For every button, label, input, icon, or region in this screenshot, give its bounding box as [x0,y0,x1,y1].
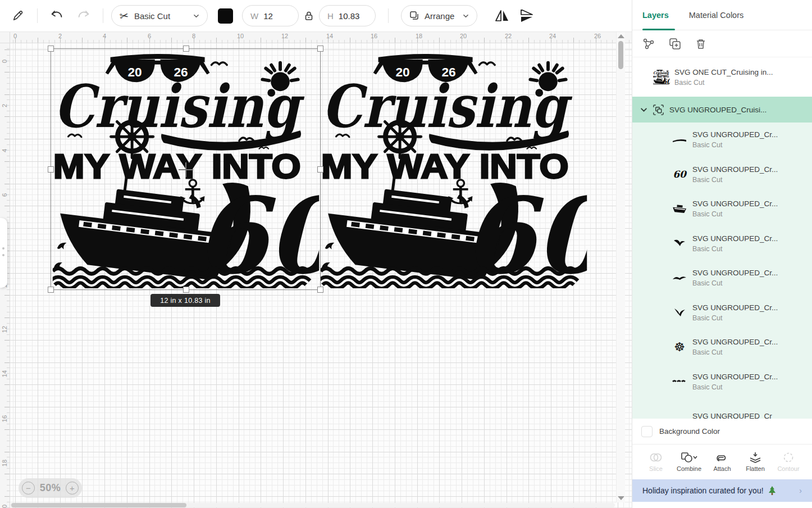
selection-handle-w[interactable] [48,166,54,173]
horizontal-scrollbar[interactable] [10,503,615,507]
attach-paperclip-icon [715,452,729,463]
lock-aspect-button[interactable] [304,11,313,21]
zoom-control: − 50% + [19,478,82,498]
zoom-out-button[interactable]: − [22,482,35,495]
flip-vertical-icon [519,10,534,22]
height-label: H [327,11,334,21]
layer-thumb-wave-icon [671,374,688,389]
color-swatch[interactable] [218,8,233,24]
group-children: SVG UNGROUPED_Cr... Basic Cut 60 SVG UNG… [632,123,812,419]
redo-button[interactable] [72,4,95,27]
layer-thumb-bird-icon [671,271,688,285]
chevron-right-icon: › [799,486,802,495]
height-field[interactable]: H 10.83 [319,5,376,26]
layer-row[interactable]: SVG UNGROUPED_Cr... Basic Cut [632,192,812,226]
duplicate-plus-icon [669,38,681,50]
contour-button: Contour [773,452,804,472]
redo-icon [77,10,90,22]
layer-thumb-full-design [653,69,670,85]
layer-row[interactable]: SVG UNGROUPED_Cr... Basic Cut [632,123,812,157]
divider [37,8,38,23]
tab-layers[interactable]: Layers [642,11,669,20]
holiday-banner[interactable]: Holiday inspiration curated for you! › [632,479,812,502]
layer-row[interactable]: SVG UNGROUPED_Cr [632,399,812,419]
group-icon [653,104,664,116]
layer-title: SVG UNGROUPED_Cr [692,412,772,419]
combine-button[interactable]: Combine [673,452,705,472]
layer-list: SVG ONE CUT_Cruising in... Basic Cut SVG… [632,57,812,419]
vertical-scrollbar-thumb[interactable] [618,41,623,69]
selection-handle-n[interactable] [183,46,189,52]
layer-title: SVG UNGROUPED_Cr... [692,338,778,346]
toolbar: ✂ Basic Cut W 12 H 10.83 [0,0,632,32]
layer-row[interactable]: SVG UNGROUPED_Cr... Basic Cut [632,365,812,400]
pencil-icon [12,10,24,22]
action-bar: Slice Combine Attach [632,444,812,479]
selection-handle-nw[interactable] [48,46,54,52]
delete-button[interactable] [695,38,706,50]
selection-handle-s[interactable] [183,287,189,293]
duplicate-button[interactable] [669,38,681,50]
layer-row[interactable]: 60 SVG UNGROUPED_Cr... Basic Cut [632,157,812,192]
draw-tool-button[interactable] [7,4,29,27]
right-panel: Layers Material Colors [632,0,812,508]
flip-horizontal-icon [495,10,509,22]
canvas-area[interactable]: 0 2 4 6 8 10 12 14 16 18 20 22 24 26 0 2… [0,32,632,508]
chevron-down-icon[interactable] [640,106,647,114]
undo-icon [50,10,63,22]
layer-title: SVG UNGROUPED_Cr... [692,199,778,208]
layer-subtitle: Basic Cut [692,176,778,184]
design-instance-right[interactable] [320,49,587,288]
flip-vertical-button[interactable] [516,4,538,27]
layer-thumb-ship-icon [671,202,688,216]
left-drawer-handle[interactable] [0,218,7,288]
trash-icon [695,38,706,50]
active-tab-underline [642,29,675,30]
layer-subtitle: Basic Cut [692,279,778,287]
selection-size-label: 12 in x 10.83 in [150,294,220,307]
layer-group-row[interactable]: SVG UNGROUPED_Cruisi... [632,97,812,123]
layer-title: SVG UNGROUPED_Cr... [692,234,778,243]
undo-button[interactable] [45,4,68,27]
drawer-dot [2,247,4,250]
flatten-icon [749,452,762,463]
zoom-level: 50% [40,482,61,494]
layer-thumb-icon [671,409,688,419]
selection-handle-ne[interactable] [317,46,323,52]
tab-material-colors[interactable]: Material Colors [689,11,744,20]
ruler-top: 0 2 4 6 8 10 12 14 16 18 20 22 24 26 [10,32,632,43]
ruler-corner [0,32,10,43]
horizontal-scrollbar-thumb[interactable] [11,503,186,507]
vertical-scrollbar[interactable] [616,32,625,502]
zoom-in-button[interactable]: + [66,482,79,495]
scroll-down-arrow[interactable] [618,496,624,500]
cut-type-dropdown[interactable]: ✂ Basic Cut [111,5,208,26]
layer-subtitle: Basic Cut [692,348,778,356]
scroll-up-arrow[interactable] [618,34,624,38]
flip-horizontal-button[interactable] [491,4,513,27]
width-field[interactable]: W 12 [242,5,299,26]
layer-subtitle: Basic Cut [692,383,778,391]
selection-handle-sw[interactable] [48,287,54,293]
layer-row[interactable]: SVG UNGROUPED_Cr... Basic Cut [632,296,812,330]
arrange-label: Arrange [425,11,454,21]
attach-button[interactable]: Attach [706,452,738,472]
flatten-button[interactable]: Flatten [740,452,771,472]
divider [388,8,389,23]
ungroup-button[interactable] [642,38,655,50]
layer-row[interactable]: SVG UNGROUPED_Cr... Basic Cut [632,226,812,261]
contour-icon [782,452,795,463]
cursor-crosshair [179,162,193,177]
selection-handle-se[interactable] [317,287,323,293]
layer-row-one-cut[interactable]: SVG ONE CUT_Cruising in... Basic Cut [632,57,812,97]
panel-tabs: Layers Material Colors [632,0,812,30]
tree-icon [768,486,776,496]
background-color-checkbox[interactable] [641,426,653,437]
chevron-down-icon [463,13,469,19]
selection-handle-e[interactable] [317,166,323,173]
arrange-dropdown[interactable]: Arrange [401,5,477,26]
layer-toolbar [632,30,812,57]
layer-row[interactable]: SVG UNGROUPED_Cr... Basic Cut [632,261,812,296]
layer-row[interactable]: ☸ SVG UNGROUPED_Cr... Basic Cut [632,330,812,365]
layer-subtitle: Basic Cut [692,314,778,322]
